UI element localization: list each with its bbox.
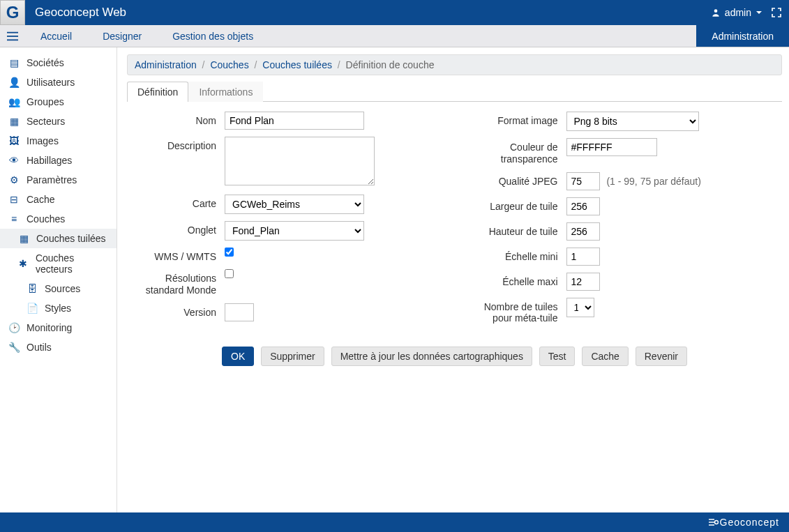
- meta-label: Nombre de tuiles pour méta-tuile: [469, 298, 566, 325]
- breadcrumb-current: Définition de couche: [346, 59, 435, 70]
- grid-icon: ▦: [8, 116, 20, 127]
- drive-icon: ⊟: [8, 194, 20, 205]
- sidebar-item-utilisateurs[interactable]: 👤Utilisateurs: [0, 73, 117, 92]
- footer-brand: Geoconcept: [720, 517, 780, 528]
- eye-icon: 👁: [8, 155, 20, 166]
- nav-gestion-objets[interactable]: Gestion des objets: [157, 25, 269, 47]
- sidebar-item-couches-vecteurs[interactable]: ✱Couches vecteurs: [0, 248, 117, 279]
- version-label: Version: [127, 303, 225, 318]
- version-input[interactable]: [225, 303, 254, 321]
- transparence-input[interactable]: [566, 138, 657, 156]
- svg-point-4: [714, 521, 718, 524]
- breadcrumb-couches-tuilees[interactable]: Couches tuilées: [262, 59, 332, 70]
- sidebar-item-cache[interactable]: ⊟Cache: [0, 190, 117, 209]
- format-select[interactable]: Png 8 bits: [566, 112, 699, 131]
- revenir-button[interactable]: Revenir: [636, 347, 687, 366]
- main-content: Administration / Couches / Couches tuilé…: [117, 47, 789, 512]
- largeur-label: Largeur de tuile: [469, 197, 566, 212]
- user-name: admin: [725, 7, 751, 18]
- qualite-input[interactable]: [566, 172, 600, 190]
- sidebar-item-groupes[interactable]: 👥Groupes: [0, 92, 117, 112]
- echelle-maxi-input[interactable]: [566, 273, 600, 291]
- tab-informations[interactable]: Informations: [188, 82, 263, 102]
- button-bar: OK Supprimer Mettre à jour les données c…: [127, 347, 782, 366]
- wrench-icon: 🔧: [8, 342, 20, 353]
- svg-rect-2: [7, 36, 18, 37]
- resolutions-checkbox[interactable]: [225, 269, 234, 278]
- hauteur-input[interactable]: [566, 222, 600, 241]
- sidebar-item-secteurs[interactable]: ▦Secteurs: [0, 112, 117, 131]
- test-button[interactable]: Test: [539, 347, 576, 366]
- format-label: Format image: [469, 112, 566, 126]
- clock-icon: 🕑: [8, 322, 20, 333]
- breadcrumb-couches[interactable]: Couches: [210, 59, 248, 70]
- echelle-mini-input[interactable]: [566, 248, 600, 266]
- tab-definition[interactable]: Définition: [127, 82, 188, 102]
- sidebar-item-couches-tuilees[interactable]: ▦Couches tuilées: [0, 229, 117, 248]
- users-icon: 👥: [8, 96, 20, 107]
- qualite-label: Qualité JPEG: [469, 172, 566, 187]
- transparence-label: Couleur de transparence: [469, 138, 566, 165]
- logo: G: [0, 0, 25, 25]
- form-left-column: Nom Description Carte GCWeb_Reims Onglet…: [127, 112, 441, 331]
- building-icon: ▤: [8, 57, 20, 68]
- sidebar: ▤Sociétés 👤Utilisateurs 👥Groupes ▦Secteu…: [0, 47, 117, 512]
- footer-brand-icon: [707, 517, 719, 528]
- fullscreen-icon[interactable]: [771, 7, 782, 18]
- onglet-label: Onglet: [127, 221, 225, 236]
- breadcrumb: Administration / Couches / Couches tuilé…: [127, 54, 782, 75]
- gear-icon: ⚙: [8, 174, 20, 185]
- hauteur-label: Hauteur de tuile: [469, 222, 566, 237]
- layers-icon: ≡: [8, 213, 20, 225]
- chevron-down-icon: [756, 9, 762, 16]
- user-icon: 👤: [8, 77, 20, 88]
- form: Nom Description Carte GCWeb_Reims Onglet…: [127, 112, 782, 331]
- sidebar-item-styles[interactable]: 📄Styles: [0, 298, 117, 318]
- form-right-column: Format image Png 8 bits Couleur de trans…: [469, 112, 783, 331]
- navbar: Accueil Designer Gestion des objets Admi…: [0, 25, 789, 47]
- svg-rect-1: [7, 31, 18, 33]
- resolutions-label: Résolutions standard Monde: [127, 269, 225, 296]
- sidebar-item-parametres[interactable]: ⚙Paramètres: [0, 170, 117, 190]
- sidebar-item-couches[interactable]: ≡Couches: [0, 209, 117, 229]
- description-label: Description: [127, 137, 225, 151]
- mettre-a-jour-button[interactable]: Mettre à jour les données cartographique…: [331, 347, 532, 366]
- ok-button[interactable]: OK: [222, 347, 254, 366]
- echelle-maxi-label: Échelle maxi: [469, 273, 566, 287]
- topbar: G Geoconcept Web admin: [0, 0, 789, 25]
- largeur-input[interactable]: [566, 197, 600, 215]
- vector-icon: ✱: [18, 258, 29, 269]
- breadcrumb-administration[interactable]: Administration: [135, 59, 197, 70]
- tiles-icon: ▦: [18, 233, 29, 244]
- echelle-mini-label: Échelle mini: [469, 248, 566, 262]
- database-icon: 🗄: [27, 283, 38, 294]
- svg-rect-3: [7, 39, 18, 40]
- sidebar-item-monitoring[interactable]: 🕑Monitoring: [0, 318, 117, 337]
- user-menu[interactable]: admin: [711, 7, 762, 18]
- meta-select[interactable]: 1: [566, 298, 594, 317]
- sidebar-item-outils[interactable]: 🔧Outils: [0, 337, 117, 357]
- qualite-hint: (1 - 99, 75 par défaut): [606, 176, 700, 187]
- description-textarea[interactable]: [225, 137, 375, 185]
- file-icon: 📄: [27, 303, 38, 314]
- wms-label: WMS / WMTS: [127, 248, 225, 262]
- footer: Geoconcept: [0, 512, 789, 532]
- cache-button[interactable]: Cache: [582, 347, 628, 366]
- sidebar-item-habillages[interactable]: 👁Habillages: [0, 151, 117, 170]
- carte-select[interactable]: GCWeb_Reims: [225, 195, 364, 214]
- sidebar-item-sources[interactable]: 🗄Sources: [0, 279, 117, 298]
- nom-label: Nom: [127, 112, 225, 126]
- nav-accueil[interactable]: Accueil: [25, 25, 87, 47]
- user-icon: [711, 8, 721, 17]
- supprimer-button[interactable]: Supprimer: [261, 347, 324, 366]
- image-icon: 🖼: [8, 135, 20, 146]
- menu-toggle[interactable]: [0, 25, 25, 47]
- sidebar-item-societes[interactable]: ▤Sociétés: [0, 53, 117, 73]
- nav-administration[interactable]: Administration: [696, 25, 789, 47]
- nom-input[interactable]: [225, 112, 364, 130]
- carte-label: Carte: [127, 195, 225, 209]
- nav-designer[interactable]: Designer: [87, 25, 157, 47]
- sidebar-item-images[interactable]: 🖼Images: [0, 131, 117, 151]
- wms-checkbox[interactable]: [225, 248, 234, 257]
- onglet-select[interactable]: Fond_Plan: [225, 221, 364, 241]
